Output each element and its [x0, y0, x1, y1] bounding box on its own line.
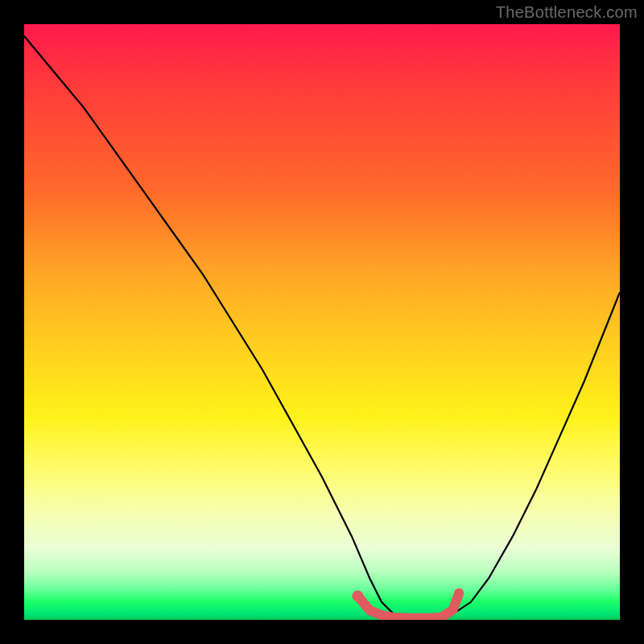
chart-frame: TheBottleneck.com: [0, 0, 644, 644]
accent-strip: [357, 593, 459, 618]
bottleneck-curve: [24, 36, 620, 620]
curve-svg: [24, 24, 620, 620]
plot-area: [24, 24, 620, 620]
accent-start-dot: [352, 590, 363, 601]
watermark-text: TheBottleneck.com: [496, 3, 638, 22]
